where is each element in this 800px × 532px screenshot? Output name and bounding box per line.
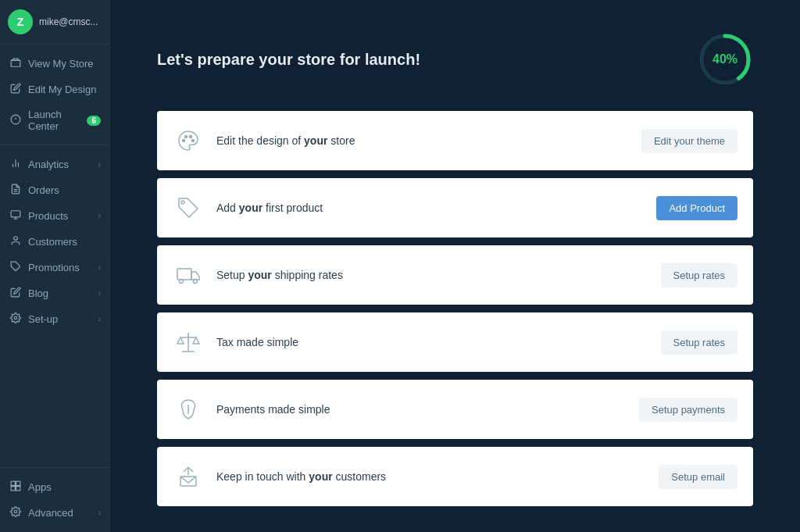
page-title: Let's prepare your store for launch!: [157, 51, 420, 69]
sidebar-item-label: Products: [28, 210, 68, 222]
svg-point-18: [183, 140, 185, 142]
svg-rect-7: [11, 211, 20, 217]
launch-center-badge: 6: [87, 116, 101, 126]
svg-point-20: [190, 136, 192, 138]
card-text-add-product: Add your first product: [216, 202, 644, 214]
card-text-payments: Payments made simple: [216, 403, 627, 416]
sidebar-item-view-store[interactable]: View My Store: [0, 51, 110, 77]
palette-icon: [176, 128, 201, 153]
svg-point-19: [185, 136, 188, 138]
sidebar-item-label: Set-up: [28, 313, 58, 325]
sidebar-bottom-nav: Apps Advanced ›: [0, 467, 110, 532]
setup-rates-tax-button[interactable]: Setup rates: [661, 330, 738, 355]
card-text-tax: Tax made simple: [216, 336, 648, 348]
sidebar-item-label: Edit My Design: [28, 84, 96, 95]
svg-point-21: [192, 140, 195, 142]
blog-icon: [9, 287, 22, 300]
sidebar-main-nav: Analytics › Orders Products › Customers: [0, 145, 110, 338]
add-product-button[interactable]: Add Product: [656, 196, 738, 220]
card-text-shipping: Setup your shipping rates: [216, 269, 648, 281]
card-text-email: Keep in touch with your customers: [216, 470, 646, 483]
orders-icon: [9, 184, 22, 197]
card-shipping: Setup your shipping rates Setup rates: [157, 245, 753, 305]
sidebar-item-advanced[interactable]: Advanced ›: [0, 500, 110, 526]
card-icon-shipping: [173, 259, 204, 291]
card-tax: Tax made simple Setup rates: [157, 312, 753, 372]
card-add-product: Add your first product Add Product: [157, 178, 753, 237]
chevron-icon: ›: [98, 263, 101, 272]
svg-rect-0: [11, 60, 20, 66]
cards-container: Edit the design of your store Edit your …: [157, 111, 753, 512]
setup-icon: [9, 312, 22, 326]
chevron-icon: ›: [98, 289, 101, 298]
edit-theme-button[interactable]: Edit your theme: [641, 129, 738, 153]
svg-point-10: [14, 316, 17, 320]
progress-circle: 40%: [697, 31, 753, 87]
sidebar-item-label: Blog: [28, 287, 48, 299]
sidebar-item-analytics[interactable]: Analytics ›: [0, 152, 110, 177]
sidebar-item-apps[interactable]: Apps: [0, 474, 110, 500]
page-header: Let's prepare your store for launch! 40%: [157, 31, 753, 87]
sidebar-item-label: Analytics: [28, 159, 69, 170]
apps-icon: [9, 480, 22, 494]
analytics-icon: [9, 158, 22, 171]
sidebar-item-label: Advanced: [28, 507, 73, 519]
card-icon-email: [173, 461, 204, 492]
main-content: Let's prepare your store for launch! 40%: [110, 0, 800, 532]
products-icon: [9, 209, 22, 223]
svg-point-25: [194, 280, 198, 284]
chevron-icon: ›: [98, 315, 101, 323]
svg-line-32: [188, 467, 193, 472]
chevron-icon: ›: [98, 212, 101, 220]
setup-rates-shipping-button[interactable]: Setup rates: [661, 263, 738, 287]
sidebar-item-setup[interactable]: Set-up ›: [0, 306, 110, 332]
svg-point-8: [14, 237, 18, 241]
launch-icon: [9, 114, 22, 127]
sidebar-item-label: View My Store: [28, 58, 94, 70]
chevron-icon: ›: [98, 509, 101, 517]
card-payments: Payments made simple Setup payments: [157, 380, 753, 439]
sidebar-item-launch-center[interactable]: Launch Center 6: [0, 102, 110, 138]
sidebar-item-blog[interactable]: Blog ›: [0, 280, 110, 306]
svg-point-22: [181, 201, 184, 204]
svg-rect-11: [11, 481, 15, 485]
sidebar-item-orders[interactable]: Orders: [0, 177, 110, 203]
setup-payments-button[interactable]: Setup payments: [639, 398, 738, 422]
promotions-icon: [9, 261, 22, 274]
card-icon-payments: [173, 394, 204, 425]
svg-rect-23: [177, 269, 191, 280]
sidebar-item-label: Promotions: [28, 262, 80, 273]
sidebar-top-nav: View My Store Edit My Design Launch Cent…: [0, 45, 110, 145]
customers-icon: [9, 235, 22, 248]
setup-email-button[interactable]: Setup email: [659, 465, 738, 489]
sidebar-item-label: Apps: [28, 481, 52, 493]
tag-icon: [176, 195, 201, 220]
card-icon-add-product: [173, 192, 204, 223]
sidebar-item-label: Launch Center: [28, 109, 79, 132]
card-text-edit-design: Edit the design of your store: [216, 134, 629, 147]
svg-point-24: [180, 280, 184, 284]
balance-icon: [176, 330, 201, 355]
sidebar: Z mike@cmsc... View My Store Edit My Des…: [0, 0, 110, 532]
edit-icon: [9, 83, 22, 96]
sidebar-item-label: Orders: [28, 184, 59, 196]
card-icon-edit-design: [173, 125, 204, 156]
svg-rect-14: [16, 487, 20, 491]
truck-icon: [176, 262, 201, 287]
sidebar-item-label: Customers: [28, 236, 77, 248]
username-label: mike@cmsc...: [39, 16, 98, 27]
sidebar-header: Z mike@cmsc...: [0, 0, 110, 45]
email-icon: [176, 464, 201, 489]
svg-line-31: [184, 467, 188, 472]
svg-rect-12: [16, 481, 20, 485]
sidebar-item-customers[interactable]: Customers: [0, 229, 110, 255]
avatar: Z: [8, 9, 33, 34]
chevron-icon: ›: [98, 160, 101, 169]
sidebar-item-promotions[interactable]: Promotions ›: [0, 255, 110, 280]
sidebar-item-products[interactable]: Products ›: [0, 203, 110, 229]
card-edit-design: Edit the design of your store Edit your …: [157, 111, 753, 170]
sidebar-item-edit-design[interactable]: Edit My Design: [0, 77, 110, 102]
advanced-icon: [9, 506, 22, 520]
svg-point-15: [14, 510, 17, 513]
card-icon-tax: [173, 327, 204, 358]
